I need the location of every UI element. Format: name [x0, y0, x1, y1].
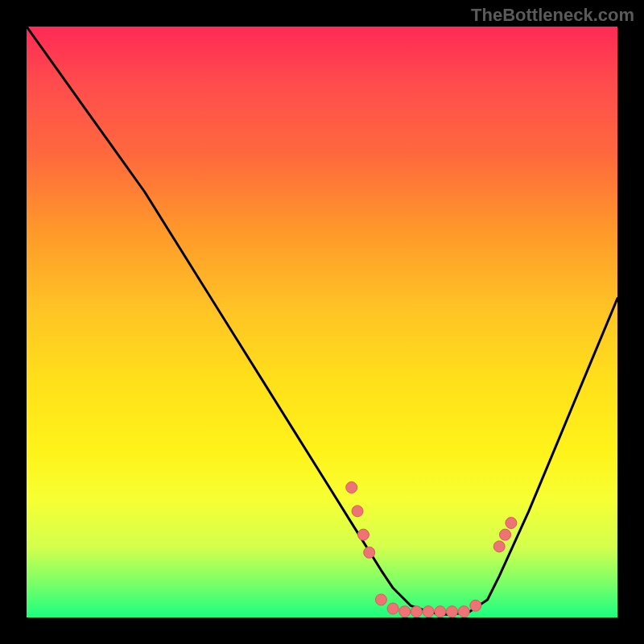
chart-container: TheBottleneck.com [0, 0, 644, 644]
svg-point-3 [364, 547, 375, 558]
svg-point-14 [500, 529, 511, 540]
chart-svg [27, 27, 617, 617]
svg-point-10 [447, 606, 458, 617]
svg-point-5 [387, 603, 398, 614]
svg-point-7 [411, 606, 422, 617]
svg-point-9 [435, 606, 446, 617]
svg-point-11 [458, 606, 469, 617]
svg-point-8 [423, 606, 434, 617]
bottleneck-curve [27, 27, 617, 614]
svg-point-12 [470, 600, 481, 611]
plot-area [27, 27, 617, 617]
svg-point-0 [346, 482, 357, 493]
data-points [346, 482, 517, 617]
watermark: TheBottleneck.com [471, 5, 634, 26]
svg-point-15 [506, 518, 517, 529]
svg-point-13 [493, 541, 505, 552]
svg-point-1 [352, 506, 363, 517]
svg-point-4 [375, 594, 386, 605]
svg-point-6 [399, 606, 411, 617]
svg-point-2 [357, 529, 369, 540]
